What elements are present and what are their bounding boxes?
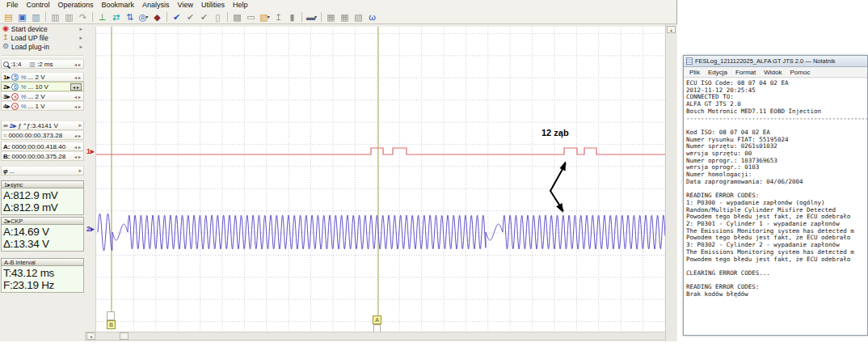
report-icon[interactable]: ▯ [211, 11, 225, 23]
print-icon[interactable]: ▥ [29, 11, 43, 23]
zoom-tool-icon[interactable]: ◎▾ [137, 11, 150, 23]
swap-arrows-icon[interactable]: ⇄ [109, 11, 123, 23]
channel-3-spinner[interactable]: ◂▸ [74, 94, 82, 99]
probe-6-badge-icon[interactable]: 6 [11, 83, 19, 91]
ab-interval-header[interactable]: A-B interval [1, 258, 84, 266]
plot-canvas[interactable] [95, 27, 665, 332]
power-icon: ◉ [2, 25, 9, 32]
redo-icon[interactable]: ↷ [76, 11, 90, 23]
help-icon[interactable]: ω [365, 11, 379, 23]
notepad-menu-format[interactable]: Format [731, 69, 760, 76]
start-device-button[interactable]: ◉ Start device ▸ [0, 24, 85, 33]
timebase-icon: ▥ [29, 61, 36, 68]
menu-item-help[interactable]: Help [229, 0, 252, 11]
channel-2-trace-label[interactable]: 2▸ [85, 225, 95, 233]
vertical-scrollbar[interactable]: ▴ [665, 24, 676, 341]
marker-b-spinner[interactable]: ◂▸ [74, 154, 82, 159]
horizontal-scrollbar[interactable]: ◂ [85, 332, 666, 341]
expand-arrow-icon[interactable]: ▸ [79, 26, 82, 32]
attenuator-icon[interactable]: % [20, 74, 26, 81]
attenuator-icon[interactable]: % [20, 103, 26, 110]
grid-c-icon[interactable]: ▧ [352, 11, 365, 23]
expand-arrow-icon[interactable]: ▸ [78, 122, 82, 129]
open-file-icon[interactable]: ▤ [2, 11, 15, 23]
grid-a-icon[interactable]: ▦ [324, 11, 338, 23]
channel-1-spinner[interactable]: ◂▸ [74, 74, 82, 80]
expand-arrow-icon[interactable]: ▸ [78, 167, 82, 174]
display-mode-icon[interactable]: ▬▾ [305, 11, 318, 23]
notepad-menu-edycja[interactable]: Edycja [704, 69, 731, 76]
channel-2-spinner[interactable]: ◂▸ [70, 83, 82, 91]
marker-b-time-row[interactable]: B: 0000:00:00.375.28 ◂▸ [1, 151, 84, 161]
phase-row[interactable]: φ ... ▸ [1, 166, 84, 176]
notepad-menu-pomoc[interactable]: Pomoc [786, 69, 814, 76]
menu-item-bookmark[interactable]: Bookmark [98, 0, 139, 11]
open-plugin-icon[interactable]: ▧▾ [258, 11, 272, 23]
marker-b-handle[interactable] [107, 311, 115, 320]
channel-1-row[interactable]: 1▸ 5 % ... 2 V ◂▸ [1, 72, 84, 82]
channel-4-spinner[interactable]: ◂▸ [74, 104, 82, 109]
fit-vertical-icon[interactable]: ⇅ [123, 11, 137, 23]
measure-axis-icon[interactable]: ⊥ [95, 11, 109, 23]
apply-check-icon[interactable]: ✔ [170, 11, 183, 23]
expand-arrow-icon[interactable]: ▸ [79, 35, 82, 41]
notepad-menu-widok[interactable]: Widok [760, 69, 786, 76]
ckp-measure-header[interactable]: 2▸CKP [1, 217, 84, 225]
load-up-file-button[interactable]: ↥ Load UP file ▸ [0, 33, 85, 42]
check-secondary-icon[interactable]: ✔ [183, 11, 197, 23]
scope-menubar: FileControlOperationsBookmarkAnalysisVie… [0, 0, 676, 11]
channel-1-trace-label[interactable]: 1▸ [85, 147, 95, 155]
timebase-spinner[interactable]: ◂▸ [74, 61, 82, 67]
arrow-head-down-icon [556, 203, 563, 213]
channel-2-row[interactable]: 2▸ 6 % ... 10 V ◂▸ [1, 82, 84, 91]
sync-measure-header[interactable]: 1▸sync [1, 180, 84, 188]
time-position-row[interactable]: ≈ 0000:00:00.373.28 ◂▸ [1, 130, 84, 140]
expand-arrow-icon[interactable]: ▸ [79, 44, 82, 50]
select-region-icon[interactable]: ▩ [230, 11, 244, 23]
attenuator-icon[interactable]: % [20, 83, 26, 91]
save-icon[interactable]: ▣ [15, 11, 29, 23]
phase-prefix: φ [3, 167, 8, 175]
marker-a-flag[interactable]: A [373, 315, 381, 324]
paste-icon[interactable]: ▥ [62, 11, 76, 23]
menu-item-file[interactable]: File [2, 0, 23, 11]
copy-icon[interactable]: ▥ [48, 11, 62, 23]
trigger-row[interactable]: ∞ 2▸ ƒ ⁺ƒ:3.4141 V ▸ [1, 121, 84, 130]
sync-measure-panel: A:812.9 mV Δ:812.9 mV [1, 188, 84, 215]
menu-item-utilities[interactable]: Utilities [197, 0, 229, 11]
ab-frequency-value: F:23.19 Hz [3, 280, 82, 292]
menu-item-view[interactable]: View [174, 0, 197, 11]
scroll-left-icon[interactable]: ◂ [86, 332, 95, 340]
scroll-up-icon[interactable]: ▴ [667, 26, 676, 33]
menu-item-analysis[interactable]: Analysis [138, 0, 174, 11]
tooth-annotation: 12 ząb [541, 128, 598, 138]
probe-5-badge-icon[interactable]: 5 [11, 74, 19, 81]
time-position-value: 0000:00:00.373.28 [8, 132, 62, 139]
hide-tool-icon[interactable]: ◆ [150, 11, 164, 23]
check-tertiary-icon[interactable]: ✔ [197, 11, 211, 23]
zoom-timebase-control[interactable]: :1:4 ▥ :2 ms ◂▸ [1, 59, 84, 69]
menu-item-control[interactable]: Control [23, 0, 54, 11]
stop-icon[interactable]: ▮ [285, 11, 299, 23]
load-plugin-button[interactable]: ⚙ Load plug-in ▸ [0, 42, 85, 51]
menu-item-operations[interactable]: Operations [54, 0, 98, 11]
grid-b-icon[interactable]: ▦ [338, 11, 352, 23]
notes-icon[interactable]: ▭ [244, 11, 258, 23]
time-spinner[interactable]: ◂▸ [74, 133, 82, 138]
marker-a-spinner[interactable]: ◂▸ [74, 144, 82, 150]
scroll-thumb[interactable] [120, 332, 129, 340]
channel-4-row[interactable]: 4▸ × % ... 1 V ◂▸ [1, 101, 84, 111]
channel-3-label: 3▸ [3, 93, 10, 100]
channel-off-icon[interactable]: × [11, 93, 19, 100]
channel-off-icon[interactable]: × [11, 103, 19, 110]
toolbar-separator [321, 12, 322, 22]
notepad-text[interactable]: ECU ISO Code: 08 07 04 02 EA 2012-11-12 … [684, 78, 867, 335]
marker-a-time-row[interactable]: A: 0000:00:00.418.40 ◂▸ [1, 142, 84, 151]
notepad-titlebar[interactable]: FESLog_1211122025_ALFA GT JTS 2.0 — Nota… [684, 56, 867, 67]
export-icon[interactable]: ↥ [272, 11, 285, 23]
notepad-menu-plik[interactable]: Plik [685, 69, 704, 76]
toolbar-separator [166, 12, 167, 22]
attenuator-icon[interactable]: % [20, 93, 26, 100]
marker-b-flag[interactable]: B [107, 320, 116, 329]
channel-3-row[interactable]: 3▸ × % ... 2 V ◂▸ [1, 91, 84, 101]
